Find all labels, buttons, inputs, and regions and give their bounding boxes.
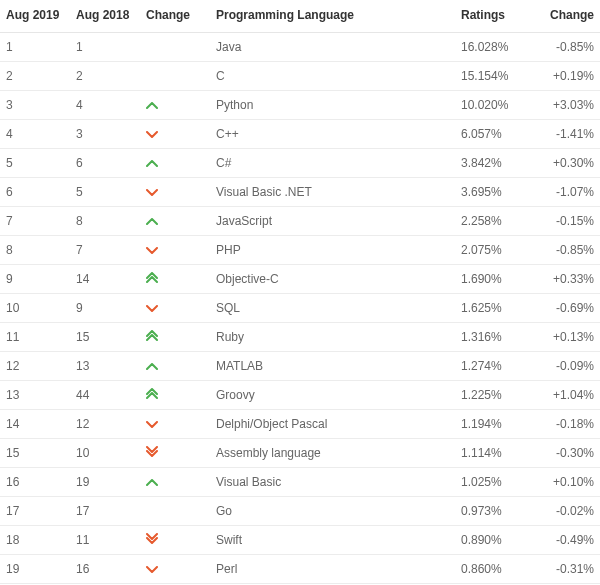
change-cell: +0.33% [535, 265, 600, 294]
change-icon-cell [140, 381, 210, 410]
rank-2018-cell: 13 [70, 352, 140, 381]
rank-2019-cell: 9 [0, 265, 70, 294]
header-ratings: Ratings [455, 0, 535, 33]
rank-2018-cell: 3 [70, 120, 140, 149]
language-cell: PHP [210, 236, 455, 265]
rank-2019-cell: 4 [0, 120, 70, 149]
chevron-down-icon [146, 305, 158, 312]
language-cell: Delphi/Object Pascal [210, 410, 455, 439]
change-icon-cell [140, 91, 210, 120]
header-change-icon: Change [140, 0, 210, 33]
change-cell: -0.69% [535, 294, 600, 323]
rank-2018-cell: 2 [70, 62, 140, 91]
rank-2019-cell: 17 [0, 497, 70, 526]
rank-2019-cell: 2 [0, 62, 70, 91]
ratings-cell: 10.020% [455, 91, 535, 120]
change-cell: -0.49% [535, 526, 600, 555]
language-cell: Python [210, 91, 455, 120]
language-cell: Assembly language [210, 439, 455, 468]
language-cell: C++ [210, 120, 455, 149]
rank-2018-cell: 10 [70, 439, 140, 468]
rank-2018-cell: 17 [70, 497, 140, 526]
rank-2019-cell: 8 [0, 236, 70, 265]
chevron-up-icon [146, 102, 158, 109]
chevron-down-icon [146, 189, 158, 196]
change-cell: -1.41% [535, 120, 600, 149]
chevron-down-icon [146, 566, 158, 573]
change-cell: +0.30% [535, 149, 600, 178]
change-cell: +0.19% [535, 62, 600, 91]
rank-2019-cell: 14 [0, 410, 70, 439]
chevron-up-icon [146, 218, 158, 225]
ratings-cell: 0.890% [455, 526, 535, 555]
change-icon-cell [140, 62, 210, 91]
change-cell: -1.07% [535, 178, 600, 207]
ratings-cell: 6.057% [455, 120, 535, 149]
language-cell: Swift [210, 526, 455, 555]
ratings-cell: 1.025% [455, 468, 535, 497]
rank-2018-cell: 9 [70, 294, 140, 323]
rank-2019-cell: 15 [0, 439, 70, 468]
change-icon-cell [140, 526, 210, 555]
language-cell: Visual Basic .NET [210, 178, 455, 207]
language-cell: C [210, 62, 455, 91]
rank-2018-cell: 15 [70, 323, 140, 352]
change-cell: +0.10% [535, 468, 600, 497]
rank-2019-cell: 10 [0, 294, 70, 323]
ratings-cell: 2.075% [455, 236, 535, 265]
table-row: 11Java16.028%-0.85% [0, 33, 600, 62]
rank-2018-cell: 16 [70, 555, 140, 584]
table-row: 1717Go0.973%-0.02% [0, 497, 600, 526]
table-row: 914Objective-C1.690%+0.33% [0, 265, 600, 294]
change-icon-cell [140, 555, 210, 584]
rank-2018-cell: 12 [70, 410, 140, 439]
language-cell: Go [210, 497, 455, 526]
change-icon-cell [140, 207, 210, 236]
change-icon-cell [140, 33, 210, 62]
change-icon-cell [140, 178, 210, 207]
chevron-down-icon [146, 247, 158, 254]
change-cell: -0.30% [535, 439, 600, 468]
change-cell: -0.31% [535, 555, 600, 584]
change-icon-cell [140, 352, 210, 381]
change-icon-cell [140, 468, 210, 497]
rank-2019-cell: 7 [0, 207, 70, 236]
ratings-cell: 1.690% [455, 265, 535, 294]
change-icon-cell [140, 149, 210, 178]
language-cell: MATLAB [210, 352, 455, 381]
double-chevron-down-icon [146, 446, 158, 457]
table-row: 1811Swift0.890%-0.49% [0, 526, 600, 555]
header-rank-2018: Aug 2018 [70, 0, 140, 33]
table-row: 65Visual Basic .NET3.695%-1.07% [0, 178, 600, 207]
change-icon-cell [140, 236, 210, 265]
chevron-up-icon [146, 363, 158, 370]
language-cell: Ruby [210, 323, 455, 352]
tiobe-ranking-table: Aug 2019 Aug 2018 Change Programming Lan… [0, 0, 600, 585]
change-icon-cell [140, 497, 210, 526]
change-icon-cell [140, 410, 210, 439]
table-row: 34Python10.020%+3.03% [0, 91, 600, 120]
change-cell: +0.13% [535, 323, 600, 352]
table-header-row: Aug 2019 Aug 2018 Change Programming Lan… [0, 0, 600, 33]
ratings-cell: 0.973% [455, 497, 535, 526]
change-icon-cell [140, 439, 210, 468]
language-cell: SQL [210, 294, 455, 323]
rank-2018-cell: 5 [70, 178, 140, 207]
language-cell: JavaScript [210, 207, 455, 236]
change-icon-cell [140, 323, 210, 352]
table-row: 1619Visual Basic1.025%+0.10% [0, 468, 600, 497]
ratings-cell: 1.194% [455, 410, 535, 439]
table-row: 43C++6.057%-1.41% [0, 120, 600, 149]
table-row: 1213MATLAB1.274%-0.09% [0, 352, 600, 381]
table-row: 1115Ruby1.316%+0.13% [0, 323, 600, 352]
rank-2019-cell: 1 [0, 33, 70, 62]
double-chevron-down-icon [146, 533, 158, 544]
rank-2018-cell: 1 [70, 33, 140, 62]
language-cell: Objective-C [210, 265, 455, 294]
rank-2018-cell: 11 [70, 526, 140, 555]
ratings-cell: 1.274% [455, 352, 535, 381]
rank-2019-cell: 12 [0, 352, 70, 381]
table-row: 1510Assembly language1.114%-0.30% [0, 439, 600, 468]
change-cell: -0.15% [535, 207, 600, 236]
change-cell: +1.04% [535, 381, 600, 410]
